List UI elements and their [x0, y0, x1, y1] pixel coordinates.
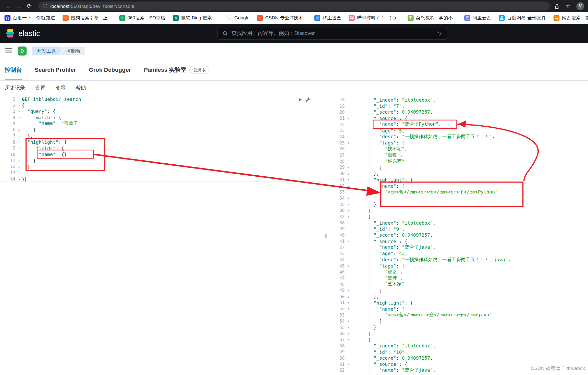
code-line[interactable]: 50▴ }, [329, 294, 588, 300]
fold-toggle-icon[interactable]: ▴ [17, 177, 22, 181]
code-line[interactable]: 20 "_score": 0.94097257, [329, 109, 588, 115]
fold-toggle-icon[interactable]: ▴ [346, 332, 351, 335]
code-line[interactable]: 51▾ "highlight": { [329, 300, 588, 306]
code-line[interactable]: 52▾ "name": [ [329, 306, 588, 312]
fold-toggle-icon[interactable]: ▾ [17, 110, 22, 113]
fold-toggle-icon[interactable]: ▾ [346, 215, 351, 219]
fold-toggle-icon[interactable]: ▾ [346, 184, 351, 188]
code-line[interactable]: 45▾ "tags": [ [329, 263, 588, 269]
resize-grip-icon[interactable]: ‖ [323, 232, 329, 239]
breadcrumb-root[interactable]: 开发工具 [32, 46, 62, 55]
fold-toggle-icon[interactable]: ▾ [346, 307, 351, 311]
code-line[interactable]: 49▴ ] [329, 287, 588, 294]
code-line[interactable]: 34▴ ] [329, 195, 588, 201]
fold-toggle-icon[interactable]: ▾ [346, 178, 351, 182]
wrench-icon[interactable] [305, 96, 311, 102]
code-line[interactable]: 12▴ } [0, 164, 323, 170]
breadcrumb-current[interactable]: 控制台 [60, 46, 85, 55]
bookmark-item[interactable]: 菜菜鸟教程 - 学的不... [408, 15, 457, 21]
fold-toggle-icon[interactable]: ▴ [17, 159, 22, 163]
code-line[interactable]: 8▾ "highlight": { [0, 139, 323, 145]
fold-toggle-icon[interactable]: ▴ [346, 166, 351, 170]
code-line[interactable]: 3▾ "query": { [0, 108, 323, 114]
code-line[interactable]: 22 "name": "蓝盒子Python", [329, 121, 588, 127]
code-line[interactable]: 36▴ }, [329, 208, 588, 214]
fold-toggle-icon[interactable]: ▴ [346, 196, 351, 200]
bookmark-item[interactable]: 3360搜索，SO靠谱 [119, 15, 165, 21]
menu-icon[interactable] [5, 49, 12, 53]
global-search-input[interactable]: 查找应用、内容等。例如：Discover ^/ [217, 27, 447, 40]
fold-toggle-icon[interactable]: ▾ [17, 140, 22, 144]
fold-toggle-icon[interactable]: ▴ [346, 202, 351, 206]
code-line[interactable]: 23 "age": 5, [329, 128, 588, 134]
fold-toggle-icon[interactable]: ▴ [346, 295, 351, 298]
code-line[interactable]: 4▾ "match": { [0, 114, 323, 120]
tab-grok-debugger[interactable]: Grok Debugger [89, 59, 131, 80]
tab-控制台[interactable]: 控制台 [5, 59, 22, 80]
response-viewer[interactable]: 18 "_index": "itbluebox",19 "_id": "7",2… [329, 96, 588, 375]
code-line[interactable]: 58 "_index": "itbluebox", [329, 343, 588, 349]
tab-painless-实验室[interactable]: Painless 实验室公测版 [144, 59, 210, 80]
code-line[interactable]: 53 "<em>蓝</em><em>盒</em><em>子</em>java" [329, 312, 588, 318]
code-line[interactable]: 6▴ } [0, 127, 323, 133]
code-line[interactable]: 56▴ }, [329, 330, 588, 336]
reload-icon[interactable]: ⟳ [25, 3, 34, 9]
code-line[interactable]: 59 "_id": "10", [329, 349, 588, 355]
code-line[interactable]: 41▾ "_source": { [329, 238, 588, 244]
console-menu-item[interactable]: 设置 [35, 85, 45, 91]
site-info-icon[interactable]: ⓘ [43, 3, 47, 9]
code-line[interactable]: 28 "好东西" [329, 158, 588, 164]
share-icon[interactable] [554, 3, 560, 9]
code-line[interactable]: 5 "name": "蓝盒子" [0, 121, 323, 127]
fold-toggle-icon[interactable]: ▾ [346, 239, 351, 243]
bookmark-item[interactable]: b微软 Bing 搜索 -... [173, 15, 218, 21]
fold-toggle-icon[interactable]: ▾ [17, 103, 22, 107]
code-line[interactable]: 47 "篮球", [329, 275, 588, 281]
fold-toggle-icon[interactable]: ▾ [17, 147, 22, 150]
code-line[interactable]: 13 [0, 170, 323, 176]
code-line[interactable]: 25▾ "tags": [ [329, 140, 588, 146]
code-line[interactable]: 14▴} [0, 176, 323, 182]
code-line[interactable]: 40 "_score": 0.94097257, [329, 232, 588, 238]
code-line[interactable]: 39 "_id": "9", [329, 226, 588, 232]
bookmark-item[interactable]: S搜狗搜索引擎 - 上... [63, 15, 112, 21]
code-line[interactable]: 44 "desc": "一顿操作猛如虎，一看工资两千五！！！，java", [329, 257, 588, 263]
code-line[interactable]: 54▴ ] [329, 318, 588, 324]
code-line[interactable]: 24 "desc": "一顿操作猛如虎，一看工资两千五！！！", [329, 134, 588, 140]
code-line[interactable]: 10 "name": {} [0, 151, 323, 158]
fold-toggle-icon[interactable]: ▴ [17, 128, 22, 132]
code-line[interactable]: 26 "技术宅", [329, 146, 588, 152]
code-line[interactable]: 1GET itbluebox/_search [0, 96, 323, 102]
code-line[interactable]: 30▴ }, [329, 171, 588, 177]
fold-toggle-icon[interactable]: ▾ [346, 264, 351, 268]
back-icon[interactable]: ← [4, 3, 13, 9]
code-line[interactable]: 7▴ }, [0, 133, 323, 139]
space-badge[interactable]: D [18, 46, 27, 55]
code-line[interactable]: 37▾ { [329, 214, 588, 220]
code-line[interactable]: 11▴ } [0, 158, 323, 164]
bookmark-item[interactable]: 哔哔哩哔哩 (゜-゜)つ... [349, 15, 400, 21]
code-line[interactable]: 21▾ "_source": { [329, 115, 588, 121]
fold-toggle-icon[interactable]: ▴ [346, 288, 351, 292]
code-line[interactable]: 35▴ } [329, 201, 588, 208]
forward-icon[interactable]: → [14, 3, 23, 9]
code-line[interactable]: 42 "name": "蓝盒子java", [329, 244, 588, 250]
code-line[interactable]: 32▾ "name": [ [329, 183, 588, 189]
fold-toggle-icon[interactable]: ▴ [346, 172, 351, 176]
code-line[interactable]: 9▾ "fields": { [0, 145, 323, 151]
code-line[interactable]: 46 "靓女", [329, 269, 588, 275]
code-line[interactable]: 29▴ ] [329, 164, 588, 171]
code-line[interactable]: 57▾ { [329, 336, 588, 343]
code-line[interactable]: 33 "<em>蓝</em><em>盒</em><em>子</em>Python… [329, 189, 588, 195]
code-line[interactable]: 55▴ } [329, 324, 588, 330]
code-line[interactable]: 19 "_id": "7", [329, 103, 588, 109]
bookmark-item[interactable]: 百百度一下，你就知道 [5, 15, 55, 21]
bookmark-item[interactable]: 云阿里云盘 [464, 15, 491, 21]
panel-resizer[interactable]: ‖ [323, 96, 329, 375]
code-line[interactable]: 43 "age": 43, [329, 250, 588, 257]
fold-toggle-icon[interactable]: ▴ [346, 319, 351, 323]
fold-toggle-icon[interactable]: ▴ [346, 325, 351, 329]
fold-toggle-icon[interactable]: ▾ [346, 116, 351, 120]
bookmark-item[interactable]: 掘稀土掘金 [314, 15, 341, 21]
tab-search-profiler[interactable]: Search Profiler [35, 59, 76, 80]
